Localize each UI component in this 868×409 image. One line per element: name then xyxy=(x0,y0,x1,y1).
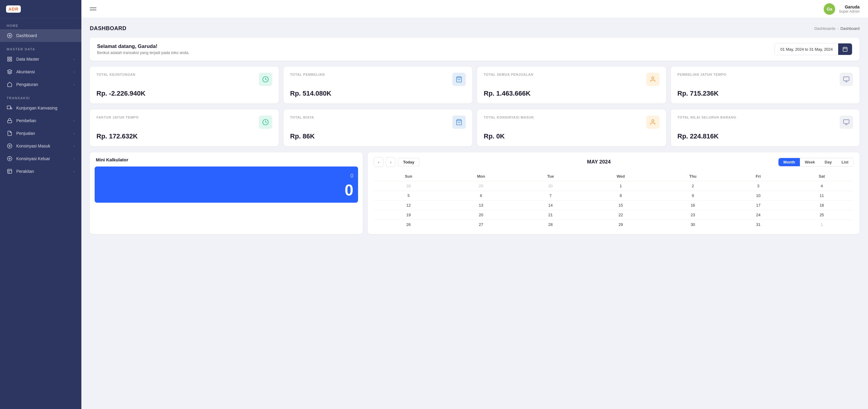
date-range-picker[interactable]: 01 May, 2024 to 31 May, 2024 xyxy=(775,43,852,55)
stat-card-top: FAKTUR JATUH TEMPO xyxy=(96,116,272,129)
content-area: DASHBOARD Dashboards › Dashboard Selamat… xyxy=(82,18,868,409)
calendar-day-cell[interactable]: 9 xyxy=(659,191,726,201)
stat-label: TOTAL NILAI SELURUH BARANG xyxy=(678,116,737,119)
sidebar-item-penjualan[interactable]: Penjualan › xyxy=(0,127,82,140)
calendar-day-cell[interactable]: 21 xyxy=(519,210,582,220)
calendar-day-cell[interactable]: 28 xyxy=(374,181,443,191)
stat-icon xyxy=(259,73,272,86)
welcome-bar: Selamat datang, Garuda! Berikut adalah t… xyxy=(90,38,860,61)
calendar-day-cell[interactable]: 2 xyxy=(659,181,726,191)
chevron-icon: › xyxy=(73,70,75,74)
calendar-day-cell[interactable]: 14 xyxy=(519,201,582,210)
calendar-day-cell[interactable]: 3 xyxy=(727,181,790,191)
sidebar-item-dashboard[interactable]: Dashboard xyxy=(0,29,82,42)
stat-card-top: TOTAL PEMBELIAN xyxy=(290,73,466,86)
sidebar-item-label: Konsinyasi Masuk xyxy=(16,144,70,148)
sidebar-item-label: Perakitan xyxy=(16,169,70,174)
calendar-day-cell[interactable]: 13 xyxy=(443,201,519,210)
calendar-day-cell[interactable]: 6 xyxy=(443,191,519,201)
calendar-month-title: MAY 2024 xyxy=(587,159,611,165)
calendar-day-cell[interactable]: 12 xyxy=(374,201,443,210)
calendar-today-button[interactable]: Today xyxy=(398,158,419,166)
sidebar-item-data-master[interactable]: Data Master › xyxy=(0,53,82,65)
calendar-day-cell[interactable]: 7 xyxy=(519,191,582,201)
hamburger-menu[interactable] xyxy=(90,7,96,10)
kunjungan-icon xyxy=(7,105,13,111)
svg-rect-6 xyxy=(7,106,10,109)
pengaturan-icon xyxy=(7,82,13,87)
calendar-day-cell[interactable]: 5 xyxy=(374,191,443,201)
stats-grid-row1: TOTAL KEUNTUNGAN Rp. -2.226.940K TOTAL P… xyxy=(90,67,860,104)
sidebar-item-label: Kunjungan Kanvasing xyxy=(16,106,75,110)
calendar-day-cell[interactable]: 4 xyxy=(790,181,854,191)
svg-point-16 xyxy=(652,77,654,79)
stat-value: Rp. 224.816K xyxy=(678,133,853,140)
date-range-text: 01 May, 2024 to 31 May, 2024 xyxy=(775,44,838,55)
calendar-day-cell[interactable]: 27 xyxy=(443,220,519,230)
calendar-day-cell[interactable]: 28 xyxy=(519,220,582,230)
calc-display-main: 0 xyxy=(345,181,353,199)
stat-card-faktur-jatuh-tempo: FAKTUR JATUH TEMPO Rp. 172.632K xyxy=(90,110,279,146)
stat-icon xyxy=(646,73,659,86)
svg-point-9 xyxy=(9,145,10,147)
calendar-prev-button[interactable]: ‹ xyxy=(374,157,383,167)
calendar-day-cell[interactable]: 10 xyxy=(727,191,790,201)
sidebar-item-konsinyasi-masuk[interactable]: Konsinyasi Masuk › xyxy=(0,140,82,152)
date-picker-button[interactable] xyxy=(838,43,852,55)
chevron-icon: › xyxy=(73,132,75,135)
cal-day-sat: Sat xyxy=(790,172,854,181)
cal-day-sun: Sun xyxy=(374,172,443,181)
sidebar-item-akuntansi[interactable]: Akuntansi › xyxy=(0,65,82,78)
chevron-icon: › xyxy=(73,83,75,86)
svg-rect-7 xyxy=(7,120,12,123)
sidebar-item-pengaturan[interactable]: Pengaturan › xyxy=(0,78,82,91)
calendar-tab-day[interactable]: Day xyxy=(820,158,837,166)
calendar-week-row: 2829301234 xyxy=(374,181,854,191)
topbar: Ga Garuda Super Admin xyxy=(82,0,868,18)
calendar-week-row: 2627282930311 xyxy=(374,220,854,230)
stat-icon xyxy=(453,116,466,129)
calendar-next-button[interactable]: › xyxy=(386,157,396,167)
stat-card-top: TOTAL NILAI SELURUH BARANG xyxy=(678,116,853,129)
calendar-day-cell[interactable]: 29 xyxy=(582,220,659,230)
calendar-day-cell[interactable]: 11 xyxy=(790,191,854,201)
sidebar-item-kunjungan-kanvasing[interactable]: Kunjungan Kanvasing xyxy=(0,101,82,114)
stat-value: Rp. 0K xyxy=(484,133,659,140)
stat-value: Rp. 172.632K xyxy=(96,133,272,140)
calendar-day-cell[interactable]: 20 xyxy=(443,210,519,220)
calendar-day-cell[interactable]: 8 xyxy=(582,191,659,201)
sidebar-item-label: Pengaturan xyxy=(16,82,70,87)
data-master-icon xyxy=(7,56,13,62)
calendar-day-cell[interactable]: 29 xyxy=(443,181,519,191)
calendar-day-cell[interactable]: 30 xyxy=(659,220,726,230)
calendar-day-cell[interactable]: 18 xyxy=(790,201,854,210)
calendar-day-cell[interactable]: 25 xyxy=(790,210,854,220)
calendar-day-cell[interactable]: 23 xyxy=(659,210,726,220)
calendar-tab-week[interactable]: Week xyxy=(800,158,820,166)
calendar-day-cell[interactable]: 17 xyxy=(727,201,790,210)
calendar-day-cell[interactable]: 1 xyxy=(582,181,659,191)
calendar-day-cell[interactable]: 24 xyxy=(727,210,790,220)
calendar-day-cell[interactable]: 31 xyxy=(727,220,790,230)
sidebar-item-konsinyasi-keluar[interactable]: Konsinyasi Keluar › xyxy=(0,152,82,165)
calendar-day-cell[interactable]: 1 xyxy=(790,220,854,230)
calendar-day-cell[interactable]: 19 xyxy=(374,210,443,220)
stat-label: TOTAL SEMUA PENJUALAN xyxy=(484,73,533,76)
user-role: Super Admin xyxy=(839,9,860,13)
calendar-card: ‹ › Today MAY 2024 Month Week Day List xyxy=(368,152,860,234)
calendar-day-cell[interactable]: 30 xyxy=(519,181,582,191)
sidebar-item-pembelian[interactable]: Pembelian › xyxy=(0,114,82,127)
calendar-day-cell[interactable]: 15 xyxy=(582,201,659,210)
calendar-day-cell[interactable]: 16 xyxy=(659,201,726,210)
calendar-week-row: 567891011 xyxy=(374,191,854,201)
calendar-tab-list[interactable]: List xyxy=(837,158,853,166)
svg-point-8 xyxy=(7,144,12,148)
stat-icon xyxy=(840,73,853,86)
calendar-day-cell[interactable]: 26 xyxy=(374,220,443,230)
breadcrumb: Dashboards › Dashboard xyxy=(814,26,860,31)
chevron-icon: › xyxy=(73,144,75,148)
sidebar-item-perakitan[interactable]: Perakitan › xyxy=(0,165,82,178)
calendar-tab-month[interactable]: Month xyxy=(778,158,800,166)
page-header: DASHBOARD Dashboards › Dashboard xyxy=(90,25,860,32)
calendar-day-cell[interactable]: 22 xyxy=(582,210,659,220)
